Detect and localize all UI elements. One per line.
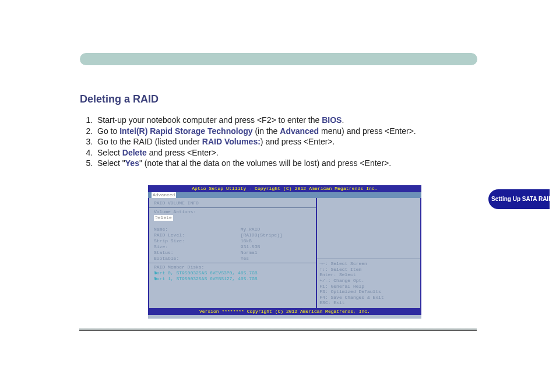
step-2-advanced: Advanced [280, 126, 319, 136]
prop-name: Name:My_RAID [154, 227, 311, 232]
page-rule [79, 329, 477, 331]
caret-icon: ▶ [155, 276, 158, 282]
caret-icon: ▶ [155, 270, 158, 276]
instruction-block: Start-up your notebook computer and pres… [79, 115, 481, 169]
bios-footer-bar: Version ******** Copyright (C) 2012 Amer… [148, 308, 421, 315]
step-2: Go to Intel(R) Rapid Storage Technology … [95, 126, 481, 137]
bios-screenshot: Aptio Setup Utility - Copyright (C) 2012… [148, 185, 421, 319]
bios-volume-actions: Volume Actions: [154, 209, 311, 215]
section-heading: Deleting a RAID [80, 93, 159, 105]
step-5: Select "Yes" (note that al the data on t… [95, 158, 481, 169]
step-3-text-c: ) and press <Enter>. [261, 137, 335, 146]
prop-strip-size: Strip Size:16kB [154, 238, 311, 244]
help-line: →←: Select Screen [319, 261, 418, 267]
bios-section-header: RAID VOLUME INFO [154, 200, 311, 206]
caret-icon: ▶ [155, 215, 158, 221]
step-2-text-a: Go to [97, 126, 119, 136]
help-line: F3: Optimized Defaults [319, 289, 418, 295]
help-line: ESC: Exit [319, 300, 418, 306]
prop-size: Size:931.5GB [154, 244, 311, 250]
prop-raid-level: RAID Level:[RAID0(Stripe)] [154, 232, 311, 238]
prop-status: Status:Normal [154, 250, 311, 256]
step-2-text-e: menu) and press <Enter>. [319, 126, 416, 136]
help-line: F4: Save Changes & Exit [319, 295, 418, 301]
step-1: Start-up your notebook computer and pres… [95, 115, 481, 126]
step-2-text-c: (in the [253, 126, 280, 136]
step-4-delete: Delete [122, 148, 147, 157]
bios-tab-advanced: Advanced [152, 192, 176, 198]
header-bar [80, 53, 477, 65]
step-4: Select Delete and press <Enter>. [95, 148, 481, 158]
step-1-bios: BIOS [322, 115, 342, 125]
help-line: Enter: Select [319, 272, 418, 278]
step-3-raid-volumes: RAID Volumes: [202, 137, 261, 146]
step-2-irst: Intel(R) Rapid Storage Technology [119, 126, 252, 136]
step-4-text-c: and press <Enter>. [147, 148, 219, 157]
help-line: ↑↓: Select Item [319, 267, 418, 273]
help-line: +/-: Change Opt. [319, 278, 418, 284]
step-4-text-a: Select [97, 148, 122, 157]
bios-right-pane: →←: Select Screen ↑↓: Select Item Enter:… [317, 198, 420, 308]
bios-member-1: Port 1, ST9500325AS 6VEBS127, 465.7GB [154, 276, 258, 281]
step-1-text-a: Start-up your notebook computer and pres… [97, 115, 322, 125]
prop-bootable: Bootable:Yes [154, 256, 311, 262]
bios-member-0: Port 0, ST9500325AS 6VEVS3P0, 465.7GB [154, 270, 258, 276]
help-line: F1: General Help [319, 284, 418, 289]
step-3: Go to the RAID (listed under RAID Volume… [95, 137, 481, 147]
step-5-text-a: Select " [97, 158, 125, 168]
bios-left-pane: RAID VOLUME INFO Volume Actions: ▶ Delet… [149, 198, 317, 308]
step-1-text-c: . [342, 115, 344, 125]
side-tab: Setting Up SATA RAID or AHCI Mode [488, 189, 550, 209]
step-5-text-c: " (note that al the data on the volumes … [139, 158, 391, 168]
bios-body: RAID VOLUME INFO Volume Actions: ▶ Delet… [148, 198, 421, 308]
step-5-yes: Yes [125, 158, 139, 168]
bios-tab-row: Advanced [148, 192, 421, 198]
side-tab-label: Setting Up SATA RAID or AHCI Mode [488, 189, 550, 209]
bios-help-list: →←: Select Screen ↑↓: Select Item Enter:… [319, 261, 418, 306]
bios-title-bar: Aptio Setup Utility - Copyright (C) 2012… [148, 185, 421, 192]
step-3-text-a: Go to the RAID (listed under [97, 137, 202, 146]
bios-member-header: RAID Member Disks: [154, 264, 311, 270]
